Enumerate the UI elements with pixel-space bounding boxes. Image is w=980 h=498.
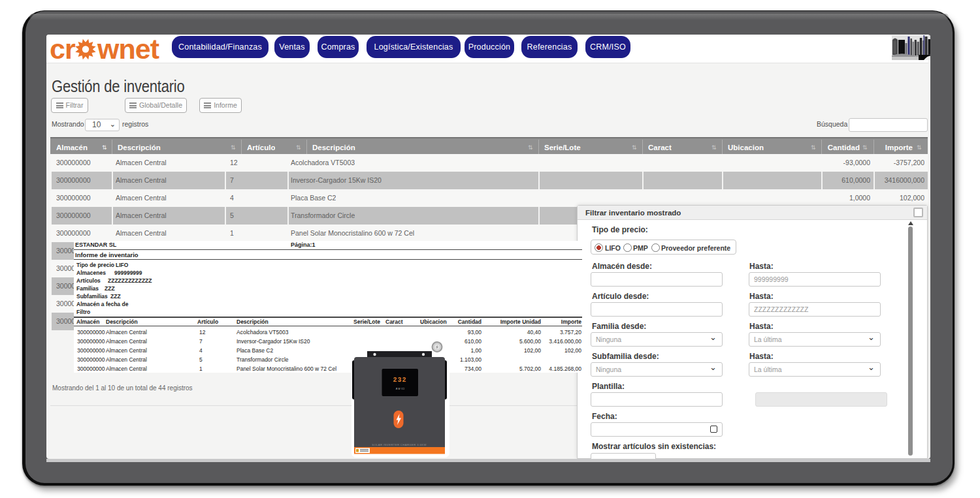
svg-text:232: 232 [393,377,406,384]
svg-text:cr: cr [50,35,76,63]
svg-text:wnet: wnet [97,35,159,63]
svg-text:SOLAR INVERTER CHARGER 3.6KW: SOLAR INVERTER CHARGER 3.6KW [372,443,427,446]
svg-text:∧∨○□: ∧∨○□ [395,386,404,390]
